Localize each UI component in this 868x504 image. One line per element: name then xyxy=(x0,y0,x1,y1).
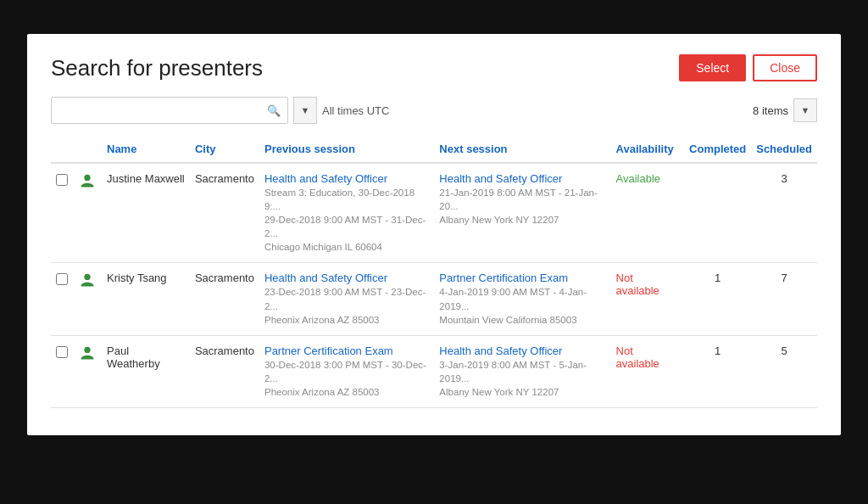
col-completed: Completed xyxy=(684,136,751,163)
row-prev-session: Health and Safety Officer Stream 3: Educ… xyxy=(259,163,434,263)
col-city: City xyxy=(190,136,259,163)
person-icon xyxy=(78,172,97,191)
search-right: 8 items ▼ xyxy=(753,98,817,122)
prev-session-detail: Stream 3: Education, 30-Dec-2018 9:...29… xyxy=(264,188,426,252)
row-completed: 1 xyxy=(684,263,751,335)
prev-session-link[interactable]: Health and Safety Officer xyxy=(264,172,429,185)
next-session-link[interactable]: Health and Safety Officer xyxy=(439,344,605,357)
row-next-session: Health and Safety Officer 3-Jan-2019 8:0… xyxy=(434,335,610,407)
row-next-session: Partner Certification Exam 4-Jan-2019 9:… xyxy=(434,263,610,335)
prev-session-link[interactable]: Partner Certification Exam xyxy=(264,344,429,357)
select-button[interactable]: Select xyxy=(679,54,746,81)
row-scheduled: 7 xyxy=(751,263,817,335)
svg-point-1 xyxy=(84,274,90,280)
prev-session-link[interactable]: Health and Safety Officer xyxy=(264,272,429,284)
row-name: Paul Weatherby xyxy=(102,335,190,407)
table-row: Paul Weatherby Sacramento Partner Certif… xyxy=(51,335,817,407)
col-scheduled: Scheduled xyxy=(751,136,817,163)
person-icon xyxy=(78,272,97,290)
row-checkbox-cell xyxy=(51,263,73,335)
search-left: 🔍 ▼ All times UTC xyxy=(51,97,389,124)
modal-container: Search for presenters Select Close 🔍 ▼ A… xyxy=(27,34,841,435)
next-session-detail: 4-Jan-2019 9:00 AM MST - 4-Jan-2019...Mo… xyxy=(439,287,587,324)
row-name: Justine Maxwell xyxy=(102,163,190,263)
col-next-session: Next session xyxy=(434,136,610,163)
col-previous-session: Previous session xyxy=(259,136,434,163)
row-name: Kristy Tsang xyxy=(102,263,190,335)
row-completed: 1 xyxy=(684,335,751,407)
person-icon xyxy=(78,344,97,363)
prev-session-detail: 23-Dec-2018 9:00 AM MST - 23-Dec-2...Phe… xyxy=(264,287,426,324)
row-city: Sacramento xyxy=(190,335,259,407)
row-avatar-cell xyxy=(73,163,102,263)
svg-point-2 xyxy=(84,347,90,353)
table-row: Justine Maxwell Sacramento Health and Sa… xyxy=(51,163,817,263)
row-availability: Not available xyxy=(611,335,685,407)
row-availability: Available xyxy=(611,163,685,263)
svg-point-0 xyxy=(84,175,90,181)
next-session-link[interactable]: Health and Safety Officer xyxy=(439,172,605,185)
table-row: Kristy Tsang Sacramento Health and Safet… xyxy=(51,263,817,335)
row-next-session: Health and Safety Officer 21-Jan-2019 8:… xyxy=(434,163,610,263)
availability-status: Available xyxy=(616,172,661,185)
col-availability: Availability xyxy=(611,136,685,163)
row-prev-session: Health and Safety Officer 23-Dec-2018 9:… xyxy=(259,263,434,335)
next-session-detail: 21-Jan-2019 8:00 AM MST - 21-Jan-20...Al… xyxy=(439,188,597,225)
search-bar-row: 🔍 ▼ All times UTC 8 items ▼ xyxy=(51,97,817,124)
col-avatar xyxy=(73,136,102,163)
row-city: Sacramento xyxy=(190,263,259,335)
prev-session-detail: 30-Dec-2018 3:00 PM MST - 30-Dec-2...Phe… xyxy=(264,360,426,397)
row-availability: Not available xyxy=(611,263,685,335)
search-input[interactable] xyxy=(52,104,260,117)
page-title: Search for presenters xyxy=(51,55,263,81)
header-buttons: Select Close xyxy=(679,54,817,81)
search-icon: 🔍 xyxy=(260,104,287,117)
row-completed xyxy=(684,163,751,263)
results-table: Name City Previous session Next session … xyxy=(51,136,817,408)
row-checkbox-cell xyxy=(51,335,73,407)
next-session-detail: 3-Jan-2019 8:00 AM MST - 5-Jan-2019...Al… xyxy=(439,360,587,397)
col-name: Name xyxy=(102,136,190,163)
row-checkbox-1[interactable] xyxy=(56,273,68,285)
items-count: 8 items xyxy=(753,104,788,117)
col-checkbox xyxy=(51,136,73,163)
row-checkbox-cell xyxy=(51,163,73,263)
row-avatar-cell xyxy=(73,263,102,335)
items-per-page-dropdown[interactable]: ▼ xyxy=(793,98,817,122)
next-session-link[interactable]: Partner Certification Exam xyxy=(439,272,605,284)
utc-label: All times UTC xyxy=(322,104,389,117)
row-scheduled: 5 xyxy=(751,335,817,407)
row-prev-session: Partner Certification Exam 30-Dec-2018 3… xyxy=(259,335,434,407)
search-input-wrap: 🔍 xyxy=(51,97,288,124)
row-avatar-cell xyxy=(73,335,102,407)
table-header-row: Name City Previous session Next session … xyxy=(51,136,817,163)
row-city: Sacramento xyxy=(190,163,259,263)
close-button[interactable]: Close xyxy=(753,54,817,81)
availability-status: Not available xyxy=(616,272,659,297)
header-row: Search for presenters Select Close xyxy=(51,54,817,81)
row-checkbox-2[interactable] xyxy=(56,346,68,358)
search-filter-dropdown[interactable]: ▼ xyxy=(293,97,317,124)
availability-status: Not available xyxy=(616,344,659,370)
row-checkbox-0[interactable] xyxy=(56,174,68,186)
row-scheduled: 3 xyxy=(751,163,817,263)
